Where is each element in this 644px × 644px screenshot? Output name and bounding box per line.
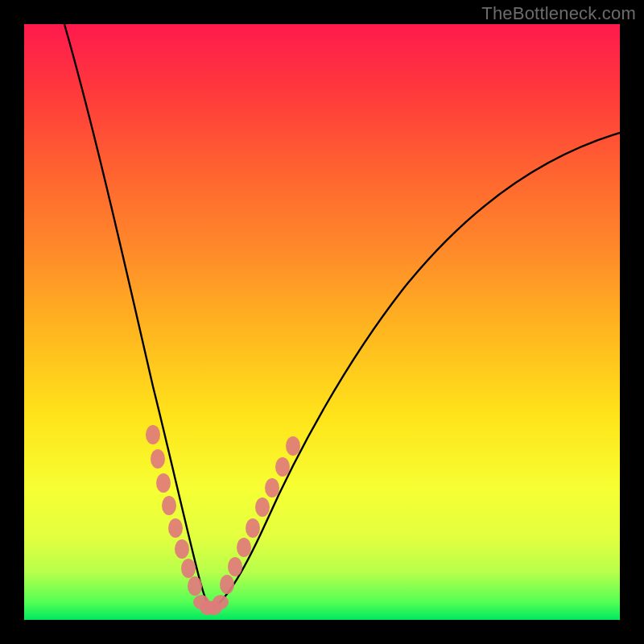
left-curve (64, 24, 211, 609)
marker-group-right (220, 436, 300, 594)
svg-point-8 (220, 575, 234, 594)
svg-point-0 (146, 425, 160, 444)
svg-point-19 (213, 595, 229, 609)
svg-point-2 (156, 473, 171, 493)
svg-point-4 (168, 518, 183, 538)
svg-point-11 (246, 518, 260, 538)
svg-point-13 (265, 478, 279, 497)
svg-point-3 (162, 496, 176, 515)
marker-group-left (146, 425, 202, 596)
svg-point-14 (275, 457, 290, 477)
chart-plot-area (24, 24, 620, 620)
svg-point-12 (255, 497, 270, 517)
right-curve (211, 133, 620, 609)
chart-frame: TheBottleneck.com (0, 0, 644, 644)
chart-svg (24, 24, 620, 620)
svg-point-9 (228, 557, 242, 576)
svg-point-15 (286, 436, 300, 456)
marker-group-bottom (193, 595, 229, 615)
svg-point-5 (175, 539, 189, 559)
svg-point-7 (188, 576, 202, 596)
svg-point-10 (237, 538, 251, 557)
svg-point-6 (181, 559, 196, 578)
watermark-text: TheBottleneck.com (481, 3, 636, 24)
svg-point-1 (151, 449, 165, 469)
